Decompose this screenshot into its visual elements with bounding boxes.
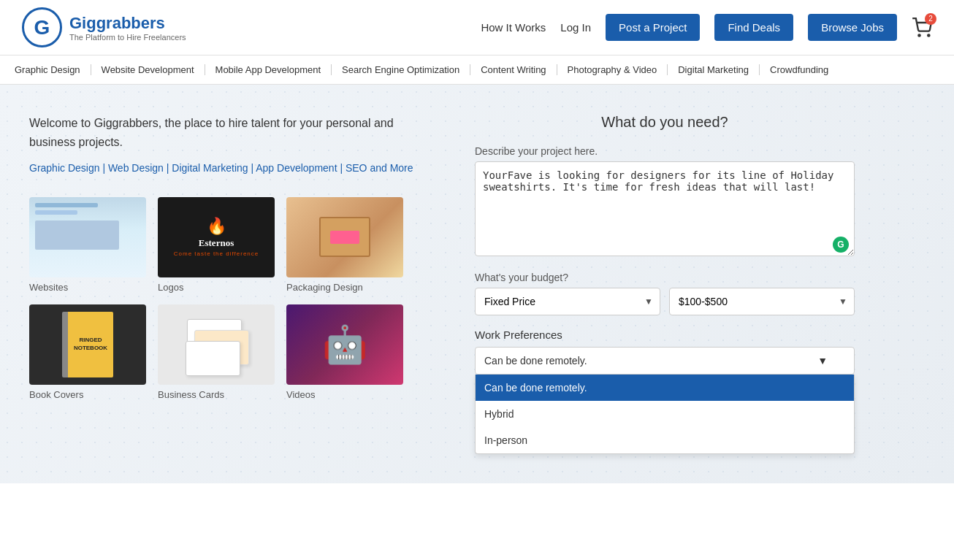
find-deals-button[interactable]: Find Deals [714, 14, 793, 41]
cat-crowdfunding[interactable]: Crowdfunding [760, 64, 839, 75]
right-panel: What do you need? Describe your project … [475, 114, 855, 461]
logo-icon: G [22, 7, 62, 47]
cat-content-writing[interactable]: Content Writing [470, 64, 557, 75]
thumb-videos: 🤖 [286, 304, 403, 385]
nav-how-it-works[interactable]: How It Works [481, 21, 546, 34]
thumb-packaging [286, 197, 403, 277]
cat-graphic-design[interactable]: Graphic Design [15, 64, 91, 75]
video-mock: 🤖 [286, 304, 403, 385]
budget-range-select-wrap: $100-$500 $500-$1000 $1000-$5000 $5000+ … [669, 288, 855, 315]
budget-row: Fixed Price Hourly Rate ▼ $100-$500 $500… [475, 288, 855, 315]
cat-mobile-app[interactable]: Mobile App Development [205, 64, 332, 75]
grid-item-packaging[interactable]: Packaging Design [286, 197, 403, 293]
packaging-mock [286, 197, 403, 277]
grid-item-websites[interactable]: Websites [29, 197, 146, 293]
browse-jobs-button[interactable]: Browse Jobs [808, 14, 897, 41]
budget-range-select[interactable]: $100-$500 $500-$1000 $1000-$5000 $5000+ [669, 288, 855, 315]
work-pref-selected: Can be done remotely. [484, 355, 587, 367]
budget-label: What's your budget? [475, 272, 855, 283]
grid-label-bizcard: Business Cards [158, 389, 224, 400]
grid-item-logos[interactable]: 🔥 Esternos Come taste the difference Log… [158, 197, 275, 293]
grid-label-packaging: Packaging Design [286, 282, 363, 293]
grid-item-business-cards[interactable]: Business Cards [158, 304, 275, 400]
logo-subtitle: The Platform to Hire Freelancers [69, 33, 186, 42]
category-links-text[interactable]: Graphic Design | Web Design | Digital Ma… [29, 160, 438, 176]
work-pref-option-remote[interactable]: Can be done remotely. [476, 375, 854, 401]
header: G Giggrabbers The Platform to Hire Freel… [0, 0, 954, 55]
thumb-websites [29, 197, 146, 277]
websites-mock [29, 197, 146, 277]
work-pref-label: Work Preferences [475, 329, 855, 341]
work-pref-section: Work Preferences Can be done remotely. ▼… [475, 329, 855, 454]
grid-item-videos[interactable]: 🤖 Videos [286, 304, 403, 400]
work-pref-option-hybrid[interactable]: Hybrid [476, 401, 854, 427]
price-type-select-wrap: Fixed Price Hourly Rate ▼ [475, 288, 660, 315]
hero-section: Welcome to Giggrabbers, the place to hir… [0, 85, 954, 483]
grid-label-logos: Logos [158, 282, 183, 293]
post-project-button[interactable]: Post a Project [606, 14, 700, 41]
cat-photography[interactable]: Photography & Video [557, 64, 668, 75]
thumb-bizcard [158, 304, 275, 385]
cat-digital-marketing[interactable]: Digital Marketing [668, 64, 760, 75]
cart-icon[interactable]: 2 [912, 18, 932, 38]
thumb-logos: 🔥 Esternos Come taste the difference [158, 197, 275, 277]
cart-badge: 2 [925, 13, 936, 25]
work-pref-options: Can be done remotely. Hybrid In-person [475, 375, 855, 454]
cat-seo[interactable]: Search Engine Optimization [332, 64, 470, 75]
price-type-select[interactable]: Fixed Price Hourly Rate [475, 288, 660, 315]
left-panel: Welcome to Giggrabbers, the place to hir… [29, 114, 438, 461]
work-pref-option-inperson[interactable]: In-person [476, 427, 854, 453]
form-title: What do you need? [475, 114, 855, 131]
grid-label-videos: Videos [286, 389, 316, 400]
category-nav: Graphic Design Website Development Mobil… [0, 55, 954, 85]
textarea-wrap: YourFave is looking for designers for it… [475, 161, 855, 258]
work-pref-dropdown[interactable]: Can be done remotely. ▼ [475, 347, 855, 375]
project-label: Describe your project here. [475, 145, 855, 157]
nav-log-in[interactable]: Log In [560, 21, 591, 34]
nav-links: How It Works Log In Post a Project Find … [481, 14, 932, 41]
portfolio-grid: Websites 🔥 Esternos Come taste the diffe… [29, 197, 438, 400]
welcome-text: Welcome to Giggrabbers, the place to hir… [29, 114, 438, 151]
grid-item-book-covers[interactable]: RINGEDNOTEBOOK Book Covers [29, 304, 146, 400]
grammarly-icon: G [833, 237, 849, 253]
budget-section: What's your budget? Fixed Price Hourly R… [475, 272, 855, 315]
thumb-book: RINGEDNOTEBOOK [29, 304, 146, 385]
grid-label-book: Book Covers [29, 389, 83, 400]
grid-label-websites: Websites [29, 282, 68, 293]
logo-title: Giggrabbers [69, 14, 186, 33]
project-textarea[interactable]: YourFave is looking for designers for it… [475, 161, 855, 256]
cat-website-development[interactable]: Website Development [91, 64, 205, 75]
svg-point-1 [928, 34, 929, 36]
svg-point-0 [918, 34, 920, 36]
work-pref-arrow: ▼ [817, 355, 828, 367]
logo-area: G Giggrabbers The Platform to Hire Freel… [22, 7, 186, 47]
logo-text: Giggrabbers The Platform to Hire Freelan… [69, 14, 186, 42]
